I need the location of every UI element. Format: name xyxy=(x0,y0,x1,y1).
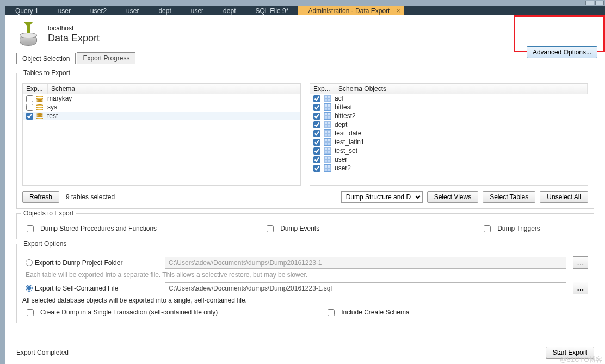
database-icon xyxy=(36,112,44,120)
tab-export-progress[interactable]: Export Progress xyxy=(77,52,135,64)
table-icon xyxy=(324,103,331,111)
tab-user2[interactable]: user2 xyxy=(81,6,116,15)
file-path-input[interactable] xyxy=(165,282,566,294)
select-views-button[interactable]: Select Views xyxy=(427,191,478,203)
left-gutter xyxy=(0,6,5,364)
schema-row[interactable]: marykay xyxy=(23,94,300,103)
schema-row[interactable]: test xyxy=(23,112,300,120)
schema-name: marykay xyxy=(47,95,72,102)
tab-query-1[interactable]: Query 1 xyxy=(5,6,48,15)
table-icon xyxy=(324,138,331,146)
table-check[interactable] xyxy=(313,113,320,120)
table-check[interactable] xyxy=(313,165,320,172)
tab-object-selection[interactable]: Object Selection xyxy=(16,53,76,64)
col-objects[interactable]: Schema Objects xyxy=(335,84,588,94)
table-row[interactable]: dept xyxy=(310,120,588,129)
table-check[interactable] xyxy=(313,147,320,155)
table-row[interactable]: user xyxy=(310,155,588,164)
table-icon xyxy=(324,121,331,128)
refresh-button[interactable]: Refresh xyxy=(22,191,59,203)
tab-user-3[interactable]: user xyxy=(181,6,213,15)
close-icon[interactable]: × xyxy=(395,7,401,15)
schema-check[interactable] xyxy=(26,95,33,102)
table-row[interactable]: test_latin1 xyxy=(310,138,588,146)
schema-check[interactable] xyxy=(26,104,33,111)
schema-name: test xyxy=(47,112,58,120)
tab-user-2[interactable]: user xyxy=(116,6,149,15)
advanced-options-button[interactable]: Advanced Options... xyxy=(527,46,597,58)
table-name: test_latin1 xyxy=(335,138,365,146)
table-check[interactable] xyxy=(313,139,320,146)
tab-sql-file-9[interactable]: SQL File 9* xyxy=(245,6,298,15)
table-icon xyxy=(324,147,331,155)
group-legend: Export Options xyxy=(21,240,69,248)
dump-mode-select[interactable]: Dump Structure and Dat xyxy=(341,191,423,203)
dump-events-checkbox[interactable]: Dump Events xyxy=(266,225,319,232)
export-file-radio[interactable]: Export to Self-Contained File xyxy=(22,285,158,292)
data-export-icon xyxy=(16,23,40,46)
unselect-all-button[interactable]: Unselect All xyxy=(540,191,588,203)
tab-label: Administration - Data Export xyxy=(308,7,390,15)
table-check[interactable] xyxy=(313,95,320,102)
tables-to-export-group: Tables to Export Exp... Schema marykay s… xyxy=(16,73,594,209)
export-folder-radio[interactable]: Export to Dump Project Folder xyxy=(22,259,158,267)
tab-user-1[interactable]: user xyxy=(48,6,81,15)
table-row[interactable]: test_date xyxy=(310,129,588,138)
select-tables-button[interactable]: Select Tables xyxy=(483,191,535,203)
table-name: bittest2 xyxy=(335,112,356,120)
schema-row[interactable]: sys xyxy=(23,103,300,112)
tab-administration-data-export[interactable]: Administration - Data Export × xyxy=(298,6,404,15)
browse-file-button[interactable]: … xyxy=(573,282,588,294)
table-name: test_date xyxy=(335,129,361,137)
col-export[interactable]: Exp... xyxy=(23,84,48,94)
table-row[interactable]: bittest2 xyxy=(310,112,588,120)
table-icon xyxy=(324,129,331,137)
selected-count-label: 9 tables selected xyxy=(66,193,115,201)
schema-check[interactable] xyxy=(26,113,33,120)
table-name: acl xyxy=(335,95,343,102)
schema-name: sys xyxy=(47,103,57,111)
table-icon xyxy=(324,156,331,163)
col-export[interactable]: Exp... xyxy=(310,84,335,94)
table-name: user xyxy=(335,156,347,163)
table-check[interactable] xyxy=(313,130,320,137)
start-export-button[interactable]: Start Export xyxy=(546,347,594,359)
schema-list[interactable]: Exp... Schema marykay sys test xyxy=(22,83,301,186)
window-controls xyxy=(0,0,605,6)
col-schema[interactable]: Schema xyxy=(48,84,300,94)
status-label: Export Completed xyxy=(16,349,69,356)
folder-path-input xyxy=(165,257,566,269)
table-row[interactable]: acl xyxy=(310,94,588,103)
page-title: Data Export xyxy=(48,33,100,44)
table-check[interactable] xyxy=(313,104,320,111)
page-header: localhost Data Export xyxy=(5,15,605,49)
table-row[interactable]: user2 xyxy=(310,164,588,172)
table-icon xyxy=(324,164,331,172)
table-row[interactable]: test_set xyxy=(310,146,588,155)
database-icon xyxy=(36,95,44,102)
table-check[interactable] xyxy=(313,156,320,163)
group-legend: Tables to Export xyxy=(21,69,72,77)
table-row[interactable]: bittest xyxy=(310,103,588,112)
folder-hint: Each table will be exported into a separ… xyxy=(26,271,588,279)
browse-folder-button: … xyxy=(573,256,588,269)
tab-dept-2[interactable]: dept xyxy=(213,6,245,15)
file-hint: All selected database objects will be ex… xyxy=(22,297,588,304)
win-min-icon[interactable] xyxy=(585,1,594,5)
win-max-icon[interactable] xyxy=(595,1,604,5)
single-transaction-checkbox[interactable]: Create Dump in a Single Transaction (sel… xyxy=(26,309,218,316)
table-name: test_set xyxy=(335,147,357,155)
table-icon xyxy=(324,95,331,102)
tab-dept-1[interactable]: dept xyxy=(149,6,181,15)
database-icon xyxy=(36,103,44,111)
workarea: localhost Data Export Advanced Options..… xyxy=(5,15,605,364)
host-label: localhost xyxy=(48,24,100,32)
table-name: bittest xyxy=(335,103,352,111)
dump-triggers-checkbox[interactable]: Dump Triggers xyxy=(483,225,540,232)
table-name: user2 xyxy=(335,164,351,172)
dump-sp-checkbox[interactable]: Dump Stored Procedures and Functions xyxy=(26,225,157,232)
object-list[interactable]: Exp... Schema Objects acl bittest bittes… xyxy=(310,83,588,186)
table-check[interactable] xyxy=(313,121,320,128)
include-create-schema-checkbox[interactable]: Include Create Schema xyxy=(326,309,409,316)
group-legend: Objects to Export xyxy=(21,209,76,217)
